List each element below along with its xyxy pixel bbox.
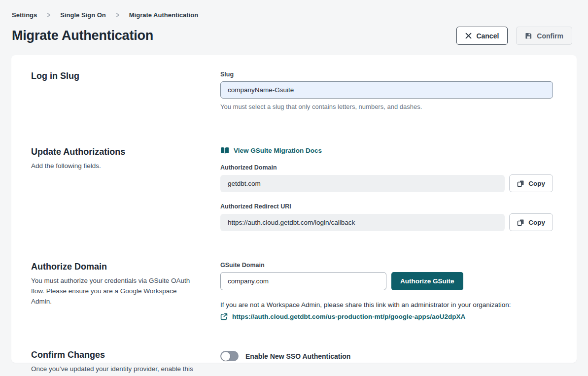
redirect-uri-value: https://auth.cloud.getdbt.com/login/call… [220, 214, 505, 231]
section-title-update-authorizations: Update Authorizations [31, 147, 196, 157]
slug-field-label: Slug [220, 71, 553, 78]
gsuite-domain-label: GSuite Domain [220, 262, 553, 269]
copy-button-label: Copy [528, 180, 545, 187]
section-title-confirm-changes: Confirm Changes [31, 350, 196, 360]
section-desc-update-authorizations: Add the following fields. [31, 161, 196, 171]
copy-authorized-domain-button[interactable]: Copy [509, 174, 553, 192]
breadcrumb-single-sign-on[interactable]: Single Sign On [60, 11, 105, 19]
redirect-uri-label: Authorized Redirect URI [220, 203, 553, 210]
section-confirm-changes: Confirm Changes Once you’ve updated your… [31, 350, 553, 376]
settings-card: Log in Slug Slug You must select a slug … [11, 55, 577, 363]
authorized-domain-label: Authorized Domain [220, 164, 553, 171]
section-login-slug: Log in Slug Slug You must select a slug … [31, 71, 553, 110]
section-update-authorizations: Update Authorizations Add the following … [31, 147, 553, 231]
close-icon [465, 33, 472, 39]
workspace-admin-note: If you are not a Workspace Admin, please… [220, 301, 553, 308]
docs-link-label: View GSuite Migration Docs [234, 147, 322, 154]
slug-helper-text: You must select a slug that only contain… [220, 103, 553, 110]
confirm-button[interactable]: Confirm [516, 27, 572, 45]
section-desc-confirm-changes: Once you’ve updated your identity provid… [31, 364, 196, 376]
section-authorize-domain: Authorize Domain You must authorize your… [31, 262, 553, 322]
page-header: Migrate Authentication Cancel Confirm [0, 19, 588, 45]
slug-input[interactable] [220, 81, 553, 99]
breadcrumb-migrate-authentication[interactable]: Migrate Authentication [129, 11, 198, 19]
share-link-url: https://auth.cloud.getdbt.com/us-product… [232, 313, 465, 320]
toggle-knob [221, 352, 230, 361]
page-title: Migrate Authentication [12, 28, 153, 43]
copy-icon [517, 180, 524, 187]
migrate-authentication-page: Settings Single Sign On Migrate Authenti… [0, 0, 588, 376]
admin-share-link[interactable]: https://auth.cloud.getdbt.com/us-product… [220, 313, 465, 320]
external-link-icon [220, 313, 228, 320]
copy-icon [517, 219, 524, 226]
header-actions: Cancel Confirm [456, 27, 572, 45]
gsuite-domain-input[interactable] [220, 272, 386, 290]
copy-button-label: Copy [528, 219, 545, 226]
chevron-right-icon [115, 12, 120, 18]
confirm-button-label: Confirm [537, 32, 563, 40]
enable-sso-toggle-label: Enable New SSO Authentication [245, 352, 350, 360]
cancel-button-label: Cancel [476, 32, 499, 40]
cancel-button[interactable]: Cancel [456, 27, 508, 45]
gsuite-migration-docs-link[interactable]: View GSuite Migration Docs [220, 147, 322, 154]
save-icon [525, 32, 532, 39]
breadcrumb: Settings Single Sign On Migrate Authenti… [0, 0, 588, 19]
chevron-right-icon [46, 12, 51, 18]
section-title-login-slug: Log in Slug [31, 71, 196, 81]
copy-redirect-uri-button[interactable]: Copy [509, 213, 553, 231]
section-title-authorize-domain: Authorize Domain [31, 262, 196, 272]
open-book-icon [220, 147, 229, 154]
section-desc-authorize-domain: You must authorize your credentials via … [31, 276, 196, 307]
authorize-gsuite-button[interactable]: Authorize GSuite [391, 272, 463, 290]
breadcrumb-settings[interactable]: Settings [12, 11, 37, 19]
authorized-domain-value: getdbt.com [220, 175, 505, 192]
enable-sso-toggle[interactable] [220, 351, 239, 361]
